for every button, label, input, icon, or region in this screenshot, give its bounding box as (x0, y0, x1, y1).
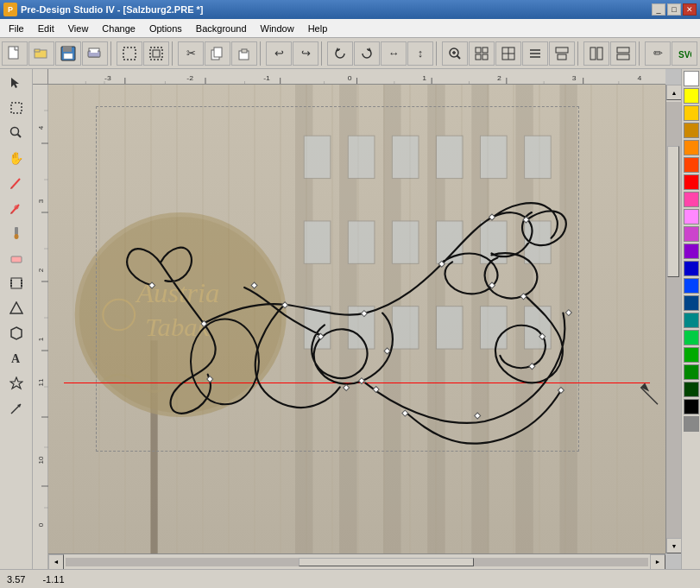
svg-text:-1: -1 (263, 73, 270, 82)
tool2-button[interactable] (610, 41, 636, 66)
film-tool[interactable] (4, 271, 28, 295)
embroidery-design[interactable] (48, 85, 665, 553)
color-orange[interactable] (684, 140, 699, 155)
export-button[interactable]: SVG (672, 41, 697, 66)
align2-button[interactable] (549, 41, 575, 66)
select-tool[interactable] (4, 71, 28, 95)
pen-tool-button[interactable]: ✏ (645, 41, 671, 66)
rotate-left-button[interactable] (327, 41, 353, 66)
pen2-tool[interactable] (4, 196, 28, 220)
svg-rect-9 (123, 47, 136, 60)
scroll-thumb[interactable] (299, 558, 474, 566)
brush-tool[interactable] (4, 221, 28, 245)
color-green-light[interactable] (684, 330, 699, 345)
minimize-button[interactable]: _ (652, 3, 665, 16)
svg-marker-61 (10, 377, 22, 389)
hand-tool[interactable]: ✋ (4, 146, 28, 170)
svg-rect-37 (617, 54, 629, 60)
maximize-button[interactable]: □ (667, 3, 681, 16)
redo-button[interactable]: ↪ (293, 41, 318, 66)
menu-change[interactable]: Change (95, 22, 142, 35)
pencil-tool[interactable] (4, 171, 28, 195)
align-button[interactable] (522, 41, 548, 66)
color-black[interactable] (684, 399, 699, 414)
color-white[interactable] (684, 71, 699, 86)
menu-view[interactable]: View (61, 22, 96, 35)
color-blue[interactable] (684, 278, 699, 294)
separator-2 (172, 41, 175, 66)
menu-window[interactable]: Window (254, 22, 301, 35)
color-gold[interactable] (684, 105, 699, 121)
menu-edit[interactable]: Edit (31, 22, 61, 35)
undo-button[interactable]: ↩ (266, 41, 292, 66)
color-forest-green[interactable] (684, 382, 699, 397)
color-pink[interactable] (684, 209, 699, 224)
flip-v-button[interactable]: ↕ (407, 41, 433, 66)
svg-rect-11 (153, 50, 160, 57)
separator-5 (436, 41, 439, 66)
cut-button[interactable]: ✂ (178, 41, 204, 66)
scroll-track[interactable] (66, 558, 648, 566)
zoom-in-button[interactable] (442, 41, 468, 66)
rotate-right-button[interactable] (354, 41, 380, 66)
arrow-tool[interactable] (4, 396, 28, 420)
scroll-up-button[interactable]: ▲ (666, 85, 681, 100)
zoom-tool[interactable] (4, 121, 28, 145)
ruler-corner (33, 69, 48, 85)
svg-point-143 (191, 319, 259, 405)
close-button[interactable]: ✕ (683, 3, 697, 16)
title-bar-controls: _ □ ✕ (652, 3, 697, 16)
scroll-left-button[interactable]: ◄ (48, 554, 64, 570)
open-button[interactable] (28, 41, 54, 66)
design-canvas[interactable]: Austria Tabak (48, 85, 665, 553)
color-hot-pink[interactable] (684, 192, 699, 207)
vertical-scrollbar[interactable]: ▲ ▼ (665, 85, 681, 553)
marquee-tool[interactable] (4, 96, 28, 120)
hexagon-tool[interactable] (4, 321, 28, 345)
color-yellow[interactable] (684, 88, 699, 104)
save-button[interactable] (55, 41, 81, 66)
color-purple[interactable] (684, 243, 699, 259)
svg-rect-32 (556, 47, 568, 53)
copy-button[interactable] (205, 41, 230, 66)
star-tool[interactable] (4, 371, 28, 395)
svg-rect-2 (35, 49, 40, 52)
tool1-button[interactable] (583, 41, 609, 66)
select2-button[interactable] (143, 41, 169, 66)
menu-background[interactable]: Background (189, 22, 254, 35)
title-bar-left: P Pre-Design Studio IV - [Salzburg2.PRE … (3, 3, 203, 16)
color-green[interactable] (684, 347, 699, 363)
color-teal[interactable] (684, 313, 699, 328)
text-tool[interactable]: A (4, 346, 28, 370)
menu-options[interactable]: Options (142, 22, 189, 35)
select-button[interactable] (117, 41, 142, 66)
eraser-tool[interactable] (4, 246, 28, 270)
separator-3 (260, 41, 263, 66)
menu-file[interactable]: File (2, 22, 31, 35)
grid2-button[interactable] (495, 41, 521, 66)
color-magenta[interactable] (684, 226, 699, 242)
color-brown-light[interactable] (684, 123, 699, 138)
shapes-tool[interactable] (4, 296, 28, 320)
grid-button[interactable] (469, 41, 495, 66)
color-red[interactable] (684, 174, 699, 190)
scroll-down-button[interactable]: ▼ (666, 538, 681, 553)
color-gray[interactable] (684, 416, 699, 432)
svg-marker-167 (640, 383, 649, 392)
svg-text:SVG: SVG (678, 50, 691, 60)
ruler-top: -3 -2 -1 0 1 2 3 4 (48, 69, 665, 85)
color-dark-blue[interactable] (684, 295, 699, 311)
new-button[interactable] (2, 41, 28, 66)
flip-h-button[interactable]: ↔ (381, 41, 407, 66)
svg-text:1: 1 (37, 337, 45, 341)
paste-button[interactable] (231, 41, 257, 66)
menu-help[interactable]: Help (301, 22, 335, 35)
color-dark-green[interactable] (684, 364, 699, 380)
color-red-orange[interactable] (684, 157, 699, 173)
color-navy[interactable] (684, 261, 699, 276)
svg-text:4: 4 (37, 125, 45, 130)
svg-rect-24 (476, 54, 481, 60)
print-preview-button[interactable] (82, 41, 108, 66)
horizontal-scrollbar[interactable]: ◄ ► (48, 553, 665, 569)
scroll-right-button[interactable]: ► (650, 554, 665, 570)
